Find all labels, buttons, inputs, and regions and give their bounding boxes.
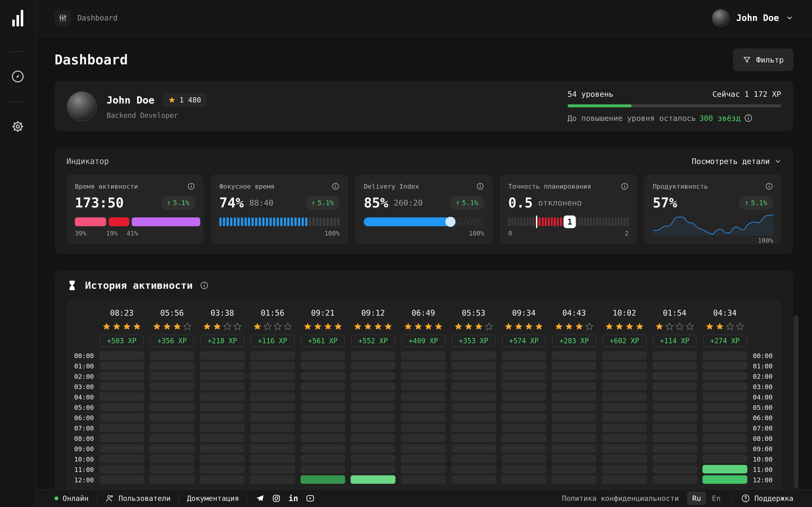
youtube-icon[interactable] bbox=[306, 494, 315, 503]
star-filled-icon bbox=[112, 322, 121, 331]
tick bbox=[623, 217, 625, 226]
activity-cell bbox=[652, 434, 697, 442]
info-icon[interactable] bbox=[200, 281, 209, 290]
sidebar-item-settings[interactable] bbox=[8, 117, 28, 136]
star-filled-icon bbox=[414, 322, 422, 331]
linkedin-icon[interactable]: in bbox=[289, 494, 298, 503]
lang-ru-button[interactable]: Ru bbox=[687, 492, 706, 505]
info-icon[interactable] bbox=[765, 182, 773, 190]
star-filled-icon bbox=[102, 322, 111, 331]
activity-cell bbox=[602, 424, 647, 432]
dash bbox=[241, 217, 243, 226]
activity-cell bbox=[451, 455, 496, 463]
activity-cell bbox=[703, 361, 747, 370]
arrow-up-icon: ↑ bbox=[167, 199, 171, 207]
metric-value: 57% bbox=[653, 195, 677, 211]
level-label: 54 уровень bbox=[567, 90, 613, 99]
tick bbox=[605, 217, 607, 226]
star-filled-icon bbox=[384, 322, 393, 331]
time-label: 06:00 bbox=[68, 413, 99, 424]
star-filled-icon bbox=[404, 322, 412, 331]
info-icon[interactable] bbox=[621, 182, 629, 190]
tick bbox=[599, 217, 601, 226]
info-icon[interactable] bbox=[187, 182, 195, 190]
activity-cell bbox=[99, 434, 144, 442]
star-empty-icon bbox=[485, 322, 493, 331]
time-label: 09:00 bbox=[747, 444, 778, 455]
activity-cell bbox=[99, 465, 144, 473]
sidebar-item-explore[interactable] bbox=[8, 67, 28, 86]
activity-cell bbox=[552, 424, 597, 432]
stars-badge: 1 480 bbox=[162, 93, 207, 107]
chevron-down-icon bbox=[786, 14, 794, 22]
breadcrumb[interactable]: Dashboard bbox=[55, 10, 117, 26]
info-icon[interactable] bbox=[744, 114, 753, 122]
activity-cell bbox=[250, 413, 295, 421]
sidebar-divider bbox=[9, 101, 26, 102]
activity-cell bbox=[502, 413, 546, 421]
activity-cell bbox=[401, 413, 446, 421]
activity-cell bbox=[552, 475, 597, 484]
profile-avatar bbox=[67, 91, 97, 121]
info-icon[interactable] bbox=[476, 182, 484, 190]
activity-cell bbox=[150, 372, 195, 380]
dash bbox=[291, 217, 293, 226]
tick bbox=[514, 217, 516, 226]
dash bbox=[219, 217, 221, 226]
tick bbox=[602, 217, 604, 226]
scrollbar[interactable] bbox=[794, 315, 799, 489]
activity-cell bbox=[351, 403, 395, 411]
activity-cell bbox=[401, 444, 446, 453]
info-icon[interactable] bbox=[332, 182, 340, 190]
footer-link-docs[interactable]: Документация bbox=[187, 494, 239, 503]
activity-cell bbox=[602, 351, 647, 359]
activity-cell bbox=[502, 382, 546, 391]
column-duration: 01:56 bbox=[250, 308, 295, 320]
filter-button[interactable]: Фильтр bbox=[733, 48, 794, 71]
activity-cell bbox=[451, 403, 496, 411]
telegram-icon[interactable] bbox=[255, 494, 264, 503]
lang-en-button[interactable]: En bbox=[709, 492, 724, 505]
column-rating bbox=[301, 320, 345, 333]
time-label: 06:00 bbox=[747, 413, 778, 424]
activity-cell bbox=[502, 434, 546, 442]
activity-cell bbox=[552, 372, 597, 380]
star-empty-icon bbox=[686, 322, 694, 331]
profile-name: John Doe bbox=[107, 94, 154, 106]
dash bbox=[305, 217, 307, 226]
slider-knob[interactable] bbox=[445, 217, 455, 227]
activity-table: 00:0001:0002:0003:0004:0005:0006:0007:00… bbox=[66, 301, 781, 489]
support-link[interactable]: Поддержка bbox=[741, 494, 794, 503]
star-filled-icon bbox=[334, 322, 342, 331]
tick bbox=[508, 217, 510, 226]
activity-cell bbox=[502, 403, 546, 411]
star-filled-icon bbox=[535, 322, 543, 331]
column-rating bbox=[652, 320, 697, 333]
view-details-link[interactable]: Посмотреть детали bbox=[692, 157, 781, 166]
metric-value: 74% bbox=[219, 195, 244, 211]
privacy-link[interactable]: Политика конфиденциальности bbox=[562, 494, 679, 503]
activity-cell bbox=[552, 434, 597, 442]
star-filled-icon bbox=[173, 322, 182, 331]
time-label: 05:00 bbox=[747, 403, 778, 413]
time-label: 11:00 bbox=[68, 465, 99, 475]
tick bbox=[511, 217, 513, 226]
footer-link-users[interactable]: Пользователи bbox=[105, 494, 171, 503]
activity-cell bbox=[351, 351, 395, 359]
column-rating bbox=[150, 320, 195, 333]
star-filled-icon bbox=[434, 322, 443, 331]
dash bbox=[226, 217, 229, 226]
column-rating bbox=[502, 320, 546, 333]
tick bbox=[612, 217, 613, 226]
star-filled-icon bbox=[253, 322, 262, 331]
user-menu[interactable]: John Doe bbox=[712, 9, 794, 27]
tick bbox=[554, 217, 556, 226]
min-label: 0 bbox=[508, 230, 512, 237]
activity-cell bbox=[502, 455, 546, 463]
level-progress-track bbox=[567, 104, 781, 107]
activity-cell bbox=[200, 403, 245, 411]
activity-cell bbox=[351, 465, 395, 473]
xp-badge: +503 XP bbox=[100, 335, 144, 347]
sliders-icon bbox=[55, 10, 71, 26]
instagram-icon[interactable] bbox=[272, 494, 281, 503]
